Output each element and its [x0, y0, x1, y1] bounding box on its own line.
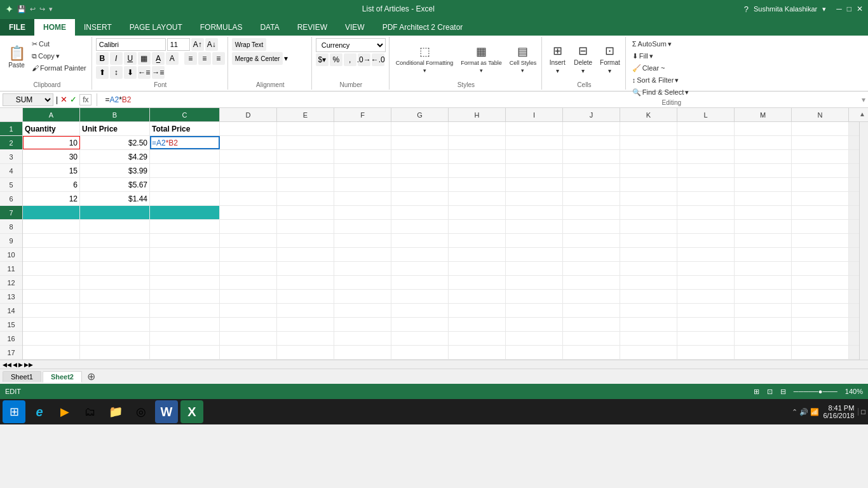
- cell-g1[interactable]: [391, 122, 449, 135]
- cell-e5[interactable]: [277, 178, 334, 191]
- cell-e2[interactable]: [277, 136, 334, 149]
- cell-g7[interactable]: [391, 206, 449, 219]
- col-header-m[interactable]: M: [735, 108, 792, 121]
- comma-btn[interactable]: ,: [344, 53, 356, 66]
- format-btn[interactable]: ⊡ Format ▾: [597, 40, 623, 78]
- zoom-level[interactable]: 140%: [845, 388, 863, 395]
- cell-b6[interactable]: $1.44: [80, 192, 150, 205]
- cell-n7[interactable]: [792, 206, 849, 219]
- cell-b7[interactable]: [80, 206, 150, 219]
- cell-l6[interactable]: [677, 192, 735, 205]
- scroll-right-end-btn[interactable]: ▶▶: [24, 362, 33, 368]
- cell-d7[interactable]: [220, 206, 277, 219]
- cell-c6[interactable]: [150, 192, 220, 205]
- fill-color-btn[interactable]: A̲: [152, 52, 165, 65]
- tab-file[interactable]: FILE: [0, 19, 34, 36]
- cell-d1[interactable]: [220, 122, 277, 135]
- paste-button[interactable]: 📋 Paste: [5, 38, 28, 76]
- excel-taskbar-btn[interactable]: X: [180, 400, 203, 423]
- cut-button[interactable]: ✂ Cut: [29, 38, 89, 50]
- cell-j5[interactable]: [563, 178, 620, 191]
- tab-pdf[interactable]: PDF Architect 2 Creator: [374, 19, 472, 36]
- tab-page-layout[interactable]: PAGE LAYOUT: [121, 19, 191, 36]
- sort-filter-btn[interactable]: ↕ Sort & Filter ▾: [630, 74, 682, 86]
- align-top-btn[interactable]: ⬆: [96, 66, 109, 79]
- cell-c7[interactable]: [150, 206, 220, 219]
- cell-b1[interactable]: Unit Price: [80, 122, 150, 135]
- cell-a5[interactable]: 6: [23, 178, 80, 191]
- align-center-btn[interactable]: ≡: [198, 52, 211, 65]
- fill-btn[interactable]: ⬇ Fill ▾: [630, 50, 656, 62]
- cell-l5[interactable]: [677, 178, 735, 191]
- tab-insert[interactable]: INSERT: [75, 19, 121, 36]
- row-num-15[interactable]: 15: [0, 318, 22, 332]
- cell-d2[interactable]: [220, 136, 277, 149]
- cell-n6[interactable]: [792, 192, 849, 205]
- currency-btn[interactable]: $▾: [316, 53, 329, 66]
- bold-btn[interactable]: B: [96, 52, 109, 65]
- cell-f6[interactable]: [334, 192, 391, 205]
- row-num-13[interactable]: 13: [0, 290, 22, 304]
- row-num-5[interactable]: 5: [0, 178, 22, 192]
- row-num-8[interactable]: 8: [0, 220, 22, 234]
- align-mid-btn[interactable]: ↕: [110, 66, 123, 79]
- quick-save[interactable]: 💾: [17, 5, 26, 13]
- cell-j3[interactable]: [563, 150, 620, 163]
- tab-data[interactable]: DATA: [251, 19, 288, 36]
- cell-m7[interactable]: [735, 206, 792, 219]
- cell-h1[interactable]: [449, 122, 506, 135]
- number-format-select[interactable]: Currency General Number Percentage Text: [316, 38, 386, 52]
- col-header-f[interactable]: F: [334, 108, 391, 121]
- help-icon[interactable]: ?: [744, 4, 749, 14]
- explorer-btn[interactable]: 🗂: [79, 400, 102, 423]
- increase-indent-btn[interactable]: →≡: [152, 66, 165, 79]
- zoom-slider[interactable]: ─────●───: [794, 388, 837, 395]
- cell-n1[interactable]: [792, 122, 849, 135]
- cell-k4[interactable]: [620, 164, 677, 177]
- cell-i6[interactable]: [506, 192, 563, 205]
- col-header-j[interactable]: J: [563, 108, 620, 121]
- tab-view[interactable]: VIEW: [336, 19, 374, 36]
- cell-g5[interactable]: [391, 178, 449, 191]
- increase-font-btn[interactable]: A↑: [191, 38, 204, 51]
- cell-h3[interactable]: [449, 150, 506, 163]
- cell-j7[interactable]: [563, 206, 620, 219]
- cell-n4[interactable]: [792, 164, 849, 177]
- show-desktop-btn[interactable]: □: [858, 408, 865, 416]
- format-as-table-btn[interactable]: ▦ Format as Table ▾: [458, 40, 504, 78]
- row-num-11[interactable]: 11: [0, 262, 22, 276]
- cell-c3[interactable]: [150, 150, 220, 163]
- cell-h6[interactable]: [449, 192, 506, 205]
- cell-k7[interactable]: [620, 206, 677, 219]
- cell-i2[interactable]: [506, 136, 563, 149]
- cell-l3[interactable]: [677, 150, 735, 163]
- cell-k5[interactable]: [620, 178, 677, 191]
- cell-a1[interactable]: Quantity: [23, 122, 80, 135]
- col-header-c[interactable]: C: [150, 108, 220, 121]
- cell-a7[interactable]: [23, 206, 80, 219]
- cell-b5[interactable]: $5.67: [80, 178, 150, 191]
- scroll-right-btn[interactable]: ▶: [18, 362, 23, 368]
- cell-d5[interactable]: [220, 178, 277, 191]
- col-header-e[interactable]: E: [277, 108, 334, 121]
- align-left-btn[interactable]: ≡: [184, 52, 197, 65]
- cell-g2[interactable]: [391, 136, 449, 149]
- decrease-font-btn[interactable]: A↓: [205, 38, 218, 51]
- cell-h7[interactable]: [449, 206, 506, 219]
- cell-e7[interactable]: [277, 206, 334, 219]
- cell-k6[interactable]: [620, 192, 677, 205]
- scroll-left-start-btn[interactable]: ◀◀: [3, 362, 11, 368]
- cell-f3[interactable]: [334, 150, 391, 163]
- vertical-scrollbar[interactable]: [859, 122, 868, 360]
- sheet-tab-sheet1[interactable]: Sheet1: [3, 371, 41, 382]
- cell-e1[interactable]: [277, 122, 334, 135]
- cell-e4[interactable]: [277, 164, 334, 177]
- page-break-view-btn[interactable]: ⊟: [780, 388, 786, 396]
- merge-center-btn[interactable]: Merge & Center: [232, 52, 283, 65]
- cell-e6[interactable]: [277, 192, 334, 205]
- row-num-6[interactable]: 6: [0, 192, 22, 206]
- cell-d4[interactable]: [220, 164, 277, 177]
- user-menu-icon[interactable]: ▾: [822, 5, 826, 13]
- minimize-btn[interactable]: ─: [836, 4, 842, 13]
- cell-k3[interactable]: [620, 150, 677, 163]
